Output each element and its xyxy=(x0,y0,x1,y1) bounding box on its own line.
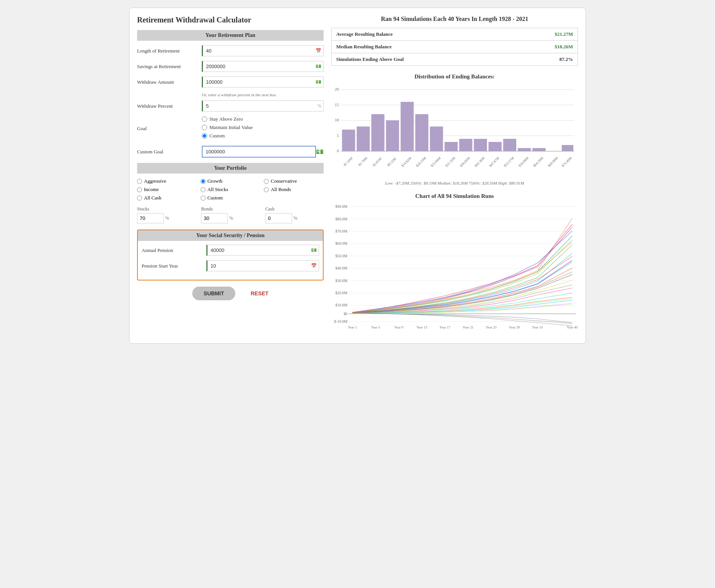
pension-row: Annual Pension 💵 xyxy=(142,245,319,256)
stocks-group: Stocks % xyxy=(137,206,195,223)
submit-button[interactable]: SUBMIT xyxy=(192,287,236,300)
bar-13 xyxy=(533,148,546,151)
svg-text:$42.36M: $42.36M xyxy=(474,156,485,168)
savings-label: Savings at Retirement xyxy=(137,64,198,70)
svg-text:Year 13: Year 13 xyxy=(417,325,428,329)
svg-text:Year 9: Year 9 xyxy=(394,325,403,329)
svg-text:Year 25: Year 25 xyxy=(486,325,497,329)
income-radio[interactable] xyxy=(137,187,142,192)
pct-input-wrapper: % xyxy=(202,100,324,112)
svg-text:-$7.20M: -$7.20M xyxy=(342,156,353,167)
cash-input[interactable] xyxy=(265,213,292,223)
savings-input[interactable] xyxy=(202,61,324,72)
bar-10 xyxy=(488,142,501,151)
pension-start-input[interactable] xyxy=(206,260,319,271)
withdraw-input-wrapper: 💵 xyxy=(202,76,324,88)
median-label: Median Resulting Balance xyxy=(332,41,492,53)
custom-goal-label: Custom Goal xyxy=(137,149,198,155)
goal-maintain-label: Maintain Initial Value xyxy=(209,124,253,131)
svg-text:$40.0M: $40.0M xyxy=(335,266,348,270)
aggressive-radio[interactable] xyxy=(137,179,142,184)
social-section: Your Social Security / Pension Annual Pe… xyxy=(137,229,324,280)
custom-goal-input[interactable] xyxy=(202,146,316,158)
plan-section-header: Your Retirement Plan xyxy=(137,30,324,41)
portfolio-growth: Growth xyxy=(201,178,260,184)
svg-text:$25.84M: $25.84M xyxy=(430,156,442,168)
svg-text:$80.0M: $80.0M xyxy=(335,217,348,221)
custom-goal-row: Custom Goal 💵 xyxy=(137,146,324,158)
goal-custom-radio[interactable] xyxy=(202,133,207,139)
bar-8 xyxy=(459,139,472,151)
bar-9 xyxy=(474,139,487,151)
cash-input-wrap: % xyxy=(265,213,324,223)
svg-text:$14.82M: $14.82M xyxy=(401,156,412,168)
svg-text:$20.33M: $20.33M xyxy=(415,156,427,168)
income-label: Income xyxy=(144,186,159,193)
pension-input[interactable] xyxy=(206,245,319,256)
conservative-radio[interactable] xyxy=(264,179,269,184)
svg-text:$31.35M: $31.35M xyxy=(445,156,456,168)
portfolio-custom-radio[interactable] xyxy=(201,196,206,201)
svg-text:$53.37M: $53.37M xyxy=(503,156,515,168)
bar-0 xyxy=(342,129,355,151)
sim-title: Ran 94 Simulations Each 40 Years In Leng… xyxy=(331,16,578,22)
allstocks-label: All Stocks xyxy=(207,186,228,193)
svg-text:$75.40M: $75.40M xyxy=(561,156,573,168)
bar-1 xyxy=(357,126,370,151)
svg-text:$36.85M: $36.85M xyxy=(459,156,471,168)
avg-label: Average Resulting Balance xyxy=(332,28,492,41)
allocation-row: Stocks % Bonds % Cash % xyxy=(137,206,324,223)
calendar-icon: 📅 xyxy=(316,48,321,54)
svg-text:$30.0M: $30.0M xyxy=(335,279,348,283)
bonds-group: Bonds % xyxy=(201,206,259,223)
svg-text:$20.0M: $20.0M xyxy=(335,291,348,295)
pension-money-icon: 💵 xyxy=(311,247,317,253)
bonds-input-wrap: % xyxy=(201,213,259,223)
goal-maintain-row: Maintain Initial Value xyxy=(202,124,324,131)
portfolio-allstocks: All Stocks xyxy=(201,186,260,193)
svg-text:10: 10 xyxy=(335,118,339,122)
aggressive-label: Aggressive xyxy=(144,178,166,184)
bar-4 xyxy=(401,102,413,151)
conservative-label: Conservative xyxy=(271,178,297,184)
growth-label: Growth xyxy=(207,178,223,184)
custom-goal-input-wrapper: 💵 xyxy=(202,146,324,158)
svg-text:Year 1: Year 1 xyxy=(348,325,357,329)
money-icon: 💵 xyxy=(316,64,321,69)
svg-text:5: 5 xyxy=(337,133,339,138)
goal-stay-label: Stay Above Zero xyxy=(209,116,243,122)
allcash-label: All Cash xyxy=(144,195,161,201)
pct-input[interactable] xyxy=(202,100,324,112)
reset-button[interactable]: RESET xyxy=(251,290,268,296)
line-chart-container: $90.0M $80.0M $70.0M $60.0M $50.0M $40.0… xyxy=(331,203,578,336)
length-input[interactable] xyxy=(202,45,324,56)
allbonds-label: All Bonds xyxy=(271,186,291,193)
goal-stay-radio[interactable] xyxy=(202,116,207,122)
allstocks-radio[interactable] xyxy=(201,187,206,192)
bonds-input[interactable] xyxy=(201,213,228,223)
growth-radio[interactable] xyxy=(201,179,206,184)
goal-maintain-radio[interactable] xyxy=(202,125,207,130)
goal-stay-row: Stay Above Zero xyxy=(202,116,324,122)
withdraw-input[interactable] xyxy=(202,76,324,88)
stocks-input[interactable] xyxy=(137,213,164,223)
allbonds-radio[interactable] xyxy=(264,187,269,192)
goal-options: Stay Above Zero Maintain Initial Value C… xyxy=(202,116,324,141)
social-section-header: Your Social Security / Pension xyxy=(138,230,323,241)
median-value: $18.26M xyxy=(492,41,578,53)
svg-text:Year 33: Year 33 xyxy=(532,325,543,329)
stocks-input-wrap: % xyxy=(137,213,195,223)
bar-11 xyxy=(503,139,516,151)
svg-text:-$1.70M: -$1.70M xyxy=(357,156,368,167)
svg-text:$47.87M: $47.87M xyxy=(488,156,500,168)
pct-label: Withdraw Percent xyxy=(137,103,198,109)
stocks-pct: % xyxy=(165,215,169,221)
portfolio-allcash: All Cash xyxy=(137,195,197,201)
svg-text:Year 21: Year 21 xyxy=(463,325,473,329)
bar-7 xyxy=(445,142,458,151)
allcash-radio[interactable] xyxy=(137,196,142,201)
svg-text:$10.0M: $10.0M xyxy=(335,303,348,307)
histogram-container: 20 15 10 5 0 -$7.20M -$1.70M $3.81M xyxy=(331,84,578,178)
withdraw-row: Withdraw Amount 💵 xyxy=(137,76,324,88)
pension-input-wrapper: 💵 xyxy=(206,245,319,256)
